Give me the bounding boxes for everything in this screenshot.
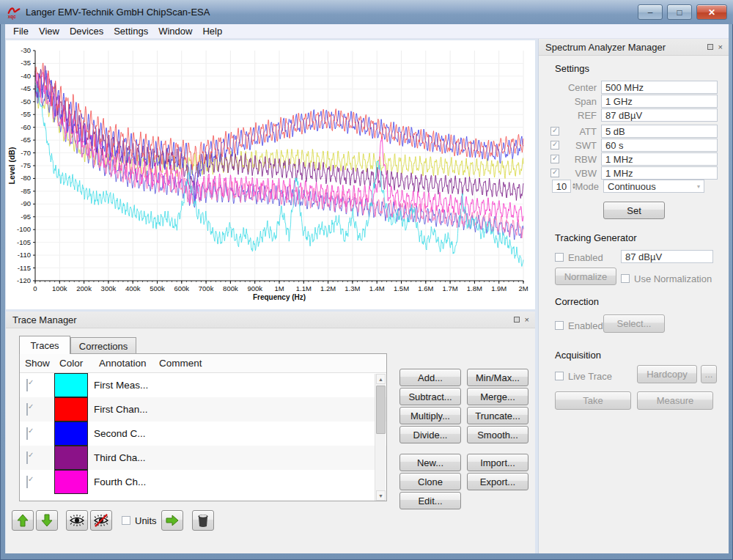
rbw-input[interactable]: 1 MHz [601, 152, 718, 166]
apply-icon [166, 514, 179, 527]
delete-trace-icon [196, 513, 210, 528]
trace-op-divide-button[interactable]: Divide... [399, 426, 461, 443]
mode-count-spinner[interactable]: 10 [552, 180, 571, 193]
trace-op-new-button[interactable]: New... [399, 454, 461, 471]
live-trace-checkbox[interactable] [555, 372, 564, 380]
title-bar[interactable]: xqc Langer EMV-Technik GmbH ChipScan-ESA… [0, 0, 733, 24]
table-row[interactable]: First Chan... [20, 397, 386, 421]
trace-op-multiply-button[interactable]: Multiply... [399, 407, 461, 424]
svg-text:100k: 100k [52, 284, 67, 292]
menu-file[interactable]: File [8, 25, 34, 37]
center-input[interactable]: 500 MHz [601, 81, 718, 94]
correction-enabled-checkbox[interactable] [555, 321, 564, 330]
spectrum-chart-panel: 0100k200k300k400k500k600k700k800k900k1M1… [6, 40, 535, 309]
svg-text:1.5M: 1.5M [394, 284, 409, 292]
att-input[interactable]: 5 dB [601, 125, 718, 138]
center-label: Center [561, 82, 597, 93]
correction-select-button[interactable]: Select... [603, 314, 665, 333]
hardcopy-button[interactable]: Hardcopy [637, 365, 697, 383]
swt-checkbox[interactable] [550, 141, 559, 150]
ref-input[interactable]: 87 dBµV [601, 108, 718, 122]
trace-color-swatch[interactable] [54, 470, 88, 494]
set-button[interactable]: Set [603, 202, 665, 219]
panel-float-icon[interactable] [514, 317, 520, 323]
trace-op-import-button[interactable]: Import... [467, 454, 528, 471]
panel-close-icon[interactable]: × [525, 317, 529, 323]
table-row[interactable]: First Meas... [20, 373, 386, 397]
trace-op-merge-button[interactable]: Merge... [467, 388, 528, 405]
trace-manager-header[interactable]: Trace Manager × [6, 312, 535, 328]
svg-text:1.2M: 1.2M [320, 284, 336, 292]
show-trace-checkbox[interactable] [26, 476, 28, 488]
rbw-checkbox[interactable] [550, 155, 559, 163]
trace-op-export-button[interactable]: Export... [467, 473, 528, 490]
span-input[interactable]: 1 GHz [601, 95, 718, 108]
trace-op-add-button[interactable]: Add... [399, 369, 461, 386]
hide-all-traces-button[interactable] [90, 510, 112, 531]
tab-corrections[interactable]: Corrections [70, 337, 136, 354]
table-row[interactable]: Fourth Ch... [20, 470, 386, 494]
menu-view[interactable]: View [34, 25, 65, 37]
move-trace-up-button[interactable] [12, 510, 34, 531]
menu-help[interactable]: Help [197, 25, 227, 37]
trace-op-truncate-button[interactable]: Truncate... [467, 407, 528, 424]
normalize-button[interactable]: Normalize [555, 268, 616, 285]
close-button[interactable]: ✕ [696, 4, 727, 20]
table-row[interactable]: Third Cha... [20, 446, 386, 470]
trace-color-swatch[interactable] [54, 397, 88, 421]
svg-text:1.6M: 1.6M [418, 284, 433, 292]
trace-table: Show Color Annotation Comment First Meas… [19, 353, 387, 501]
vbw-checkbox[interactable] [550, 169, 559, 177]
minimize-button[interactable]: – [638, 4, 663, 20]
vbw-input[interactable]: 1 MHz [601, 166, 718, 180]
delete-trace-button[interactable] [192, 510, 214, 531]
trace-color-swatch[interactable] [54, 373, 88, 397]
mode-combobox[interactable]: Continuous ▾ [603, 180, 704, 193]
show-all-traces-button[interactable] [66, 510, 88, 531]
panel-float-icon[interactable] [707, 44, 713, 50]
trace-color-swatch[interactable] [54, 421, 88, 446]
svg-text:500k: 500k [150, 284, 165, 292]
move-trace-down-button[interactable] [36, 510, 58, 531]
measure-button[interactable]: Measure [637, 391, 713, 410]
spinner-arrows-icon[interactable]: ▲▼ [572, 180, 576, 193]
scrollbar-thumb[interactable] [376, 386, 386, 434]
apply-button[interactable] [161, 510, 183, 531]
table-row[interactable]: Second C... [20, 421, 386, 446]
app-window: xqc Langer EMV-Technik GmbH ChipScan-ESA… [0, 0, 733, 560]
units-checkbox[interactable] [122, 516, 130, 525]
show-trace-checkbox[interactable] [26, 452, 28, 464]
tg-level-input[interactable]: 87 dBµV [621, 250, 713, 263]
swt-input[interactable]: 60 s [601, 139, 718, 152]
mode-row: Mode Continuous ▾ 10 ▲▼ [550, 180, 718, 193]
window-title: Langer EMV-Technik GmbH ChipScan-ESA [26, 7, 210, 18]
scroll-down-icon[interactable]: ▼ [376, 490, 386, 501]
att-checkbox[interactable] [550, 127, 559, 136]
sam-header[interactable]: Spectrum Analyzer Manager × [539, 39, 729, 56]
use-normalization-checkbox[interactable] [621, 274, 630, 283]
menu-settings[interactable]: Settings [108, 25, 153, 37]
tg-enabled-label: Enabled [568, 252, 603, 263]
trace-op-clone-button[interactable]: Clone [399, 473, 461, 490]
tab-traces[interactable]: Traces [19, 336, 70, 354]
trace-table-scrollbar[interactable]: ▲ ▼ [375, 374, 386, 501]
show-trace-checkbox[interactable] [26, 427, 28, 440]
show-trace-checkbox[interactable] [26, 403, 28, 416]
tg-enabled-checkbox[interactable] [555, 253, 564, 262]
hardcopy-more-button[interactable]: ... [701, 365, 717, 383]
trace-op-smooth-button[interactable]: Smooth... [467, 426, 528, 443]
maximize-button[interactable]: □ [667, 4, 692, 20]
show-trace-checkbox[interactable] [26, 379, 28, 391]
correction-enabled-label: Enabled [568, 320, 603, 331]
trace-op-minmax-button[interactable]: Min/Max... [467, 369, 528, 386]
menu-window[interactable]: Window [153, 25, 197, 37]
trace-op-edit-button[interactable]: Edit... [399, 492, 461, 509]
menu-devices[interactable]: Devices [65, 25, 108, 37]
app-logo-icon: xqc [6, 4, 22, 21]
svg-text:-80: -80 [21, 174, 31, 182]
take-button[interactable]: Take [555, 391, 631, 410]
scroll-up-icon[interactable]: ▲ [376, 374, 386, 384]
trace-color-swatch[interactable] [54, 446, 88, 470]
trace-op-subtract-button[interactable]: Subtract... [399, 388, 461, 405]
panel-close-icon[interactable]: × [718, 44, 723, 50]
